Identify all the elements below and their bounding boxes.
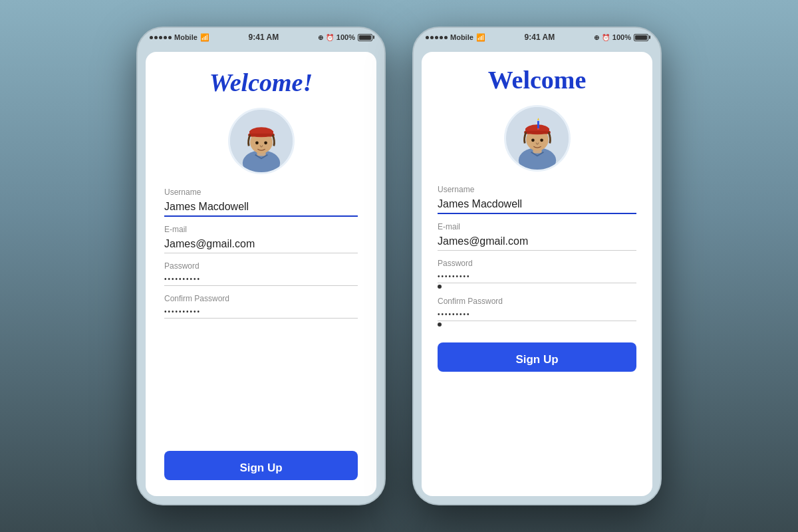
signup-button-left[interactable]: Sign Up bbox=[164, 451, 358, 480]
username-group: Username bbox=[164, 188, 358, 217]
email-group-2: E-mail bbox=[438, 222, 636, 251]
signal-dot bbox=[440, 36, 443, 39]
password-label: Password bbox=[164, 261, 358, 271]
svg-point-16 bbox=[531, 138, 535, 142]
email-label-2: E-mail bbox=[438, 222, 636, 231]
battery-label: 100% bbox=[336, 33, 355, 41]
password-input-2[interactable] bbox=[438, 270, 636, 283]
signal-dot bbox=[444, 36, 448, 39]
signal-dot bbox=[159, 36, 162, 39]
confirm-password-input[interactable] bbox=[164, 305, 358, 319]
username-input-2[interactable] bbox=[438, 196, 636, 214]
username-label-2: Username bbox=[438, 185, 636, 194]
status-left-2: Mobile 📶 bbox=[426, 33, 485, 42]
confirm-password-error-dot bbox=[438, 323, 442, 327]
signal-dots-2 bbox=[426, 36, 448, 39]
wifi-icon-2: 📶 bbox=[476, 33, 485, 42]
svg-rect-18 bbox=[537, 121, 539, 130]
screen-lock-icon: ⊕ bbox=[318, 34, 323, 41]
battery-fill bbox=[359, 35, 371, 40]
signup-button-right[interactable]: Sign Up bbox=[438, 342, 636, 372]
email-group: E-mail bbox=[164, 225, 358, 253]
signal-dot bbox=[430, 36, 434, 39]
status-left: Mobile 📶 bbox=[150, 33, 209, 42]
welcome-title-2: Welcome bbox=[488, 65, 587, 94]
signal-dot bbox=[168, 36, 172, 39]
password-error-dot bbox=[438, 285, 442, 289]
email-input[interactable] bbox=[164, 235, 358, 253]
email-label: E-mail bbox=[164, 225, 358, 234]
signup-card-right: Welcome bbox=[422, 52, 652, 496]
phone-left: Mobile 📶 9:41 AM ⊕ ⏰ 100% Welcome! bbox=[136, 27, 386, 505]
phone-right: Mobile 📶 9:41 AM ⊕ ⏰ 100% Welcome bbox=[412, 27, 662, 505]
person-avatar-svg bbox=[230, 110, 293, 172]
time-label: 9:41 AM bbox=[249, 33, 279, 42]
signal-dot bbox=[154, 36, 158, 39]
carrier-label: Mobile bbox=[174, 33, 198, 41]
battery-fill-2 bbox=[635, 35, 647, 40]
welcome-title: Welcome! bbox=[209, 68, 313, 97]
avatar-right bbox=[504, 105, 571, 172]
password-group-2: Password bbox=[438, 259, 636, 289]
svg-point-8 bbox=[264, 141, 267, 144]
svg-point-17 bbox=[540, 138, 543, 142]
carrier-label-2: Mobile bbox=[450, 33, 473, 41]
signal-dots bbox=[150, 36, 172, 39]
signal-dot bbox=[435, 36, 438, 39]
svg-point-7 bbox=[255, 141, 259, 144]
confirm-password-group: Confirm Password bbox=[164, 294, 358, 319]
status-right: ⊕ ⏰ 100% bbox=[318, 33, 372, 41]
password-group: Password bbox=[164, 261, 358, 286]
signal-dot bbox=[150, 36, 153, 39]
username-group-2: Username bbox=[438, 185, 636, 214]
alarm-icon-2: ⏰ bbox=[602, 34, 610, 41]
phone-content-right: Welcome bbox=[414, 47, 660, 504]
phone-content-left: Welcome! bbox=[138, 47, 384, 504]
password-label-2: Password bbox=[438, 259, 636, 268]
battery-icon-2 bbox=[634, 34, 648, 41]
status-bar-right: Mobile 📶 9:41 AM ⊕ ⏰ 100% bbox=[414, 28, 660, 47]
battery-icon bbox=[358, 34, 372, 41]
background-overlay bbox=[0, 0, 798, 532]
person-avatar-svg-2 bbox=[506, 107, 569, 170]
svg-rect-6 bbox=[248, 134, 274, 137]
signup-card-left: Welcome! bbox=[146, 52, 376, 496]
confirm-password-group-2: Confirm Password bbox=[438, 297, 636, 327]
svg-rect-20 bbox=[537, 128, 539, 130]
status-bar-left: Mobile 📶 9:41 AM ⊕ ⏰ 100% bbox=[138, 28, 384, 47]
battery-label-2: 100% bbox=[612, 33, 631, 41]
signal-dot bbox=[426, 36, 429, 39]
alarm-icon: ⏰ bbox=[326, 34, 334, 41]
username-input[interactable] bbox=[164, 198, 358, 217]
username-label: Username bbox=[164, 188, 358, 197]
signal-dot bbox=[164, 36, 167, 39]
confirm-password-input-2[interactable] bbox=[438, 308, 636, 321]
password-input[interactable] bbox=[164, 273, 358, 286]
screen-lock-icon-2: ⊕ bbox=[594, 34, 599, 41]
confirm-password-label: Confirm Password bbox=[164, 294, 358, 303]
time-label-2: 9:41 AM bbox=[525, 33, 555, 42]
confirm-password-label-2: Confirm Password bbox=[438, 297, 636, 306]
svg-rect-15 bbox=[524, 131, 550, 134]
avatar-left bbox=[228, 108, 295, 174]
email-input-2[interactable] bbox=[438, 233, 636, 251]
wifi-icon: 📶 bbox=[200, 33, 209, 42]
status-right-2: ⊕ ⏰ 100% bbox=[594, 33, 648, 41]
